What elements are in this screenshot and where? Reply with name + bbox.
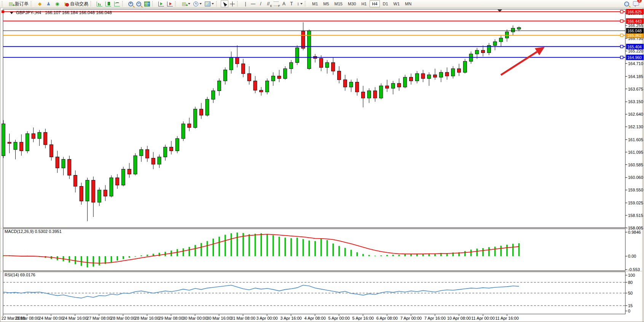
vertical-line-button[interactable]: | bbox=[242, 0, 249, 7]
community-button[interactable]: ♟ bbox=[44, 0, 53, 7]
hline-handle[interactable] bbox=[620, 20, 623, 22]
bear-candle bbox=[80, 187, 83, 201]
toolbar-grip[interactable] bbox=[237, 1, 240, 6]
bull-candle bbox=[325, 62, 329, 67]
styles-button[interactable]: ◆ bbox=[35, 0, 44, 7]
new-order-button[interactable]: ▤+ 新订单 bbox=[6, 0, 30, 7]
text-icon: A bbox=[282, 1, 285, 6]
hline-handle[interactable] bbox=[620, 10, 623, 13]
templates-button[interactable] bbox=[203, 0, 215, 7]
chat-button[interactable]: 1 bbox=[633, 0, 639, 7]
bear-candle bbox=[44, 132, 47, 145]
date-label: 11 Apr 16:00 bbox=[495, 316, 519, 320]
toolbar-grip[interactable] bbox=[305, 1, 308, 6]
zoom-out-button[interactable]: − bbox=[135, 0, 143, 7]
tab-h4[interactable]: H4 bbox=[370, 0, 379, 7]
line-chart-button[interactable] bbox=[113, 0, 121, 7]
date-label: 6 Apr 08:00 bbox=[376, 316, 398, 320]
bear-candle bbox=[332, 62, 335, 71]
price-badge-label: 166.825 bbox=[627, 10, 642, 14]
tab-d1[interactable]: D1 bbox=[381, 0, 391, 7]
trendline-button[interactable]: / bbox=[257, 0, 265, 7]
main-pane bbox=[3, 9, 625, 228]
bull-candle bbox=[206, 99, 209, 115]
toolbar-grip[interactable] bbox=[152, 1, 155, 6]
bull-candle bbox=[212, 91, 215, 99]
price-tick-label: 166.255 bbox=[628, 23, 643, 28]
tab-h1[interactable]: H1 bbox=[359, 0, 369, 7]
tab-m5[interactable]: M5 bbox=[321, 0, 331, 7]
signals-button[interactable]: ◉ bbox=[53, 0, 62, 7]
search-icon[interactable] bbox=[624, 2, 629, 6]
candlestick-chart-button[interactable] bbox=[104, 0, 113, 7]
bull-candle bbox=[122, 169, 125, 185]
text-button[interactable]: A bbox=[280, 0, 288, 7]
toolbar-grip[interactable] bbox=[2, 1, 5, 6]
toolbar-grip[interactable] bbox=[91, 1, 94, 6]
price-tick-label: 160.060 bbox=[628, 175, 643, 180]
chevron-down-icon bbox=[188, 3, 190, 5]
horizontal-line-icon: — bbox=[251, 1, 255, 6]
crosshair-icon bbox=[230, 2, 235, 6]
hline-handle[interactable] bbox=[620, 45, 623, 48]
date-label: 28 Mar 00:00 bbox=[111, 316, 135, 320]
horizontal-line-button[interactable]: — bbox=[249, 0, 257, 7]
fibonacci-button[interactable]: F bbox=[272, 0, 280, 7]
toolbar-grip[interactable] bbox=[216, 1, 219, 6]
bar-chart-icon bbox=[97, 2, 102, 6]
tab-mn[interactable]: MN bbox=[403, 0, 414, 7]
tile-windows-button[interactable] bbox=[143, 0, 151, 7]
crosshair-button[interactable] bbox=[228, 0, 236, 7]
bear-candle bbox=[434, 75, 437, 77]
cursor-button[interactable] bbox=[221, 0, 228, 7]
zoom-in-button[interactable]: + bbox=[127, 0, 135, 7]
bull-candle bbox=[230, 57, 233, 70]
chart-canvas[interactable]: GBPJPY-,H4166.107 166.184 166.048 166.04… bbox=[0, 0, 644, 322]
price-tick-label: 158.515 bbox=[628, 213, 643, 218]
channel-button[interactable]: //E bbox=[265, 0, 272, 7]
toolbar-grip[interactable] bbox=[175, 1, 178, 6]
bull-candle bbox=[475, 50, 479, 54]
price-tick-label: 158.005 bbox=[628, 226, 643, 230]
autotrading-button[interactable]: 自动交易 bbox=[62, 0, 90, 7]
indicators-icon: ▤+ bbox=[181, 1, 187, 6]
hline-handle[interactable] bbox=[620, 56, 623, 59]
arrows-button[interactable]: ↕ bbox=[295, 0, 304, 7]
bull-candle bbox=[182, 124, 185, 139]
bear-candle bbox=[457, 69, 461, 72]
notification-badge: 1 bbox=[637, 0, 642, 3]
bull-candle bbox=[164, 147, 167, 157]
toolbar-grip[interactable] bbox=[31, 1, 34, 6]
toolbar-grip[interactable] bbox=[122, 1, 125, 6]
bull-candle bbox=[38, 132, 41, 139]
chart-shift-button[interactable] bbox=[157, 0, 166, 7]
hline-handle-left[interactable] bbox=[2, 10, 4, 13]
price-tick-label: 159.025 bbox=[628, 201, 643, 205]
zoom-in-icon: + bbox=[128, 2, 133, 6]
bull-candle bbox=[134, 156, 137, 174]
auto-scroll-button[interactable] bbox=[166, 0, 174, 7]
bear-candle bbox=[397, 83, 401, 87]
tab-m30[interactable]: M30 bbox=[346, 0, 358, 7]
tab-m15[interactable]: M15 bbox=[332, 0, 345, 7]
bar-chart-button[interactable] bbox=[95, 0, 104, 7]
price-tick-label: 161.095 bbox=[628, 150, 643, 155]
date-label: 10 Apr 08:00 bbox=[447, 316, 471, 320]
bear-candle bbox=[242, 64, 245, 74]
tab-w1[interactable]: W1 bbox=[391, 0, 402, 7]
indicators-button[interactable]: ▤+ bbox=[180, 0, 192, 7]
periods-button[interactable] bbox=[192, 0, 203, 7]
date-label: 3 Apr 16:00 bbox=[280, 316, 301, 320]
hline-handle[interactable] bbox=[620, 34, 623, 37]
tab-m1[interactable]: M1 bbox=[310, 0, 320, 7]
bull-candle bbox=[511, 28, 515, 32]
bull-candle bbox=[308, 31, 311, 69]
bull-candle bbox=[379, 86, 383, 98]
bull-candle bbox=[290, 62, 293, 69]
bull-candle bbox=[499, 38, 503, 42]
bull-candle bbox=[98, 190, 101, 202]
clock-icon bbox=[193, 2, 198, 6]
text-label-button[interactable]: T bbox=[288, 0, 295, 7]
rsi-tick-label: 80 bbox=[628, 280, 633, 285]
bear-candle bbox=[260, 90, 263, 92]
